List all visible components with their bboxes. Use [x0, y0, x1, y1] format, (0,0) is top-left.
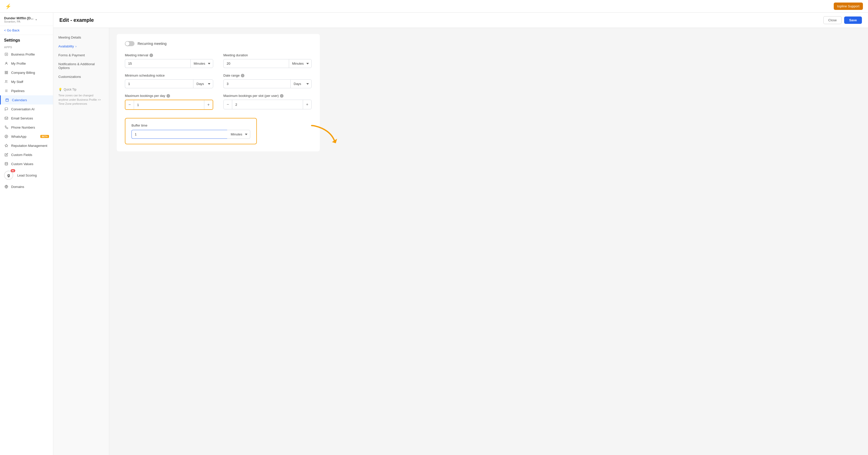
buffer-time-section: Buffer time Minutes Hours [125, 118, 257, 144]
svg-point-10 [5, 135, 8, 138]
meeting-interval-input[interactable] [125, 59, 190, 68]
min-scheduling-unit-select[interactable]: Days Hours [193, 79, 213, 88]
sidebar-item-company-billing[interactable]: Company Billing [0, 68, 53, 77]
recurring-toggle-label: Recurring meeting [137, 42, 166, 46]
globe-icon [4, 184, 9, 189]
svg-rect-5 [7, 73, 8, 74]
svg-rect-8 [6, 99, 9, 101]
sidebar-item-calendars[interactable]: Calendars [0, 95, 53, 104]
chevron-down-icon: ▾ [35, 18, 37, 21]
sidebar-item-domains[interactable]: Domains [0, 182, 53, 191]
min-scheduling-label: Minimum scheduling notice [125, 73, 213, 77]
nav-item-availability[interactable]: Availability › [53, 42, 109, 51]
svg-point-12 [5, 162, 8, 163]
bookings-day-increment-button[interactable]: + [204, 100, 213, 109]
grid-icon [4, 70, 9, 75]
nav-item-label: Availability [58, 44, 74, 48]
content-area: Edit - example Close Save Meeting Detail… [53, 13, 868, 455]
svg-marker-14 [332, 139, 337, 143]
form-area: Recurring meeting Meeting interval i [109, 28, 868, 455]
form-card: Recurring meeting Meeting interval i [117, 34, 320, 152]
min-scheduling-group: Minimum scheduling notice Days Hours [125, 73, 213, 88]
max-bookings-slot-input-group: − + [223, 100, 312, 109]
svg-rect-9 [5, 117, 8, 119]
edit-icon [4, 153, 9, 157]
quick-tip-text: Time zones can be changed anytime under … [58, 93, 104, 106]
sidebar-item-label: My Profile [11, 62, 49, 65]
close-button[interactable]: Close [823, 16, 841, 24]
buffer-time-unit-select[interactable]: Minutes Hours [227, 130, 250, 139]
sidebar-item-label: Domains [11, 185, 49, 189]
max-bookings-day-label: Maximum bookings per day i [125, 94, 213, 98]
sidebar-item-label: Lead Scoring [17, 173, 49, 177]
buffer-time-input[interactable] [131, 130, 227, 139]
nav-item-label: Customizations [58, 75, 81, 78]
beta-badge: beta [40, 135, 49, 138]
bookings-slot-increment-button[interactable]: + [303, 100, 311, 109]
sidebar-item-email-services[interactable]: Email Services [0, 113, 53, 123]
meeting-duration-input[interactable] [223, 59, 289, 68]
nav-arrow-icon: › [75, 45, 76, 48]
sidebar-item-phone-numbers[interactable]: Phone Numbers [0, 123, 53, 132]
sidebar-item-label: My Staff [11, 80, 49, 84]
go-back-button[interactable]: < Go Back [0, 26, 53, 35]
meeting-interval-input-group: Minutes Hours [125, 59, 213, 68]
nav-item-meeting-details[interactable]: Meeting Details [53, 33, 109, 42]
sidebar-item-label: Reputation Management [11, 144, 49, 148]
users-icon [4, 79, 9, 84]
sidebar-item-custom-values[interactable]: Custom Values [0, 159, 53, 168]
database-icon [4, 162, 9, 166]
nav-item-forms-payment[interactable]: Forms & Payment [53, 51, 109, 60]
max-bookings-slot-input[interactable] [232, 100, 303, 109]
svg-point-7 [7, 80, 8, 82]
sidebar-item-lead-scoring[interactable]: g 82 Lead Scoring [0, 168, 53, 182]
sidebar-item-business-profile[interactable]: Business Profile [0, 50, 53, 59]
lightning-icon: ⚡ [5, 3, 11, 9]
email-icon [4, 116, 9, 121]
save-button[interactable]: Save [844, 17, 862, 24]
sidebar-item-label: Custom Fields [11, 153, 49, 157]
max-bookings-day-input[interactable] [134, 101, 204, 109]
date-range-info-icon[interactable]: i [241, 74, 244, 77]
settings-title: Settings [0, 35, 53, 44]
g-score-badge: g 82 [4, 171, 13, 180]
sidebar-item-label: WhatsApp [11, 135, 38, 138]
quick-tip-section: 💡 Quick Tip Time zones can be changed an… [53, 84, 109, 110]
sidebar-item-pipelines[interactable]: Pipelines [0, 86, 53, 95]
building-icon [4, 52, 9, 57]
max-bookings-slot-group: Maximum bookings per slot (per user) i −… [223, 94, 312, 110]
phone-icon [4, 125, 9, 130]
meeting-duration-unit-select[interactable]: Minutes Hours [289, 59, 312, 68]
date-range-input[interactable] [223, 79, 290, 88]
nav-item-customizations[interactable]: Customizations [53, 72, 109, 81]
meeting-interval-unit-select[interactable]: Minutes Hours [190, 59, 213, 68]
sidebar-item-custom-fields[interactable]: Custom Fields [0, 150, 53, 159]
support-button[interactable]: topline Support [834, 3, 863, 10]
sidebar-item-label: Calendars [12, 98, 49, 102]
min-scheduling-input[interactable] [125, 79, 193, 88]
interval-duration-row: Meeting interval i Minutes Hours [125, 53, 312, 68]
max-bookings-day-info-icon[interactable]: i [166, 94, 170, 98]
date-range-input-group: Days Weeks [223, 79, 312, 88]
sidebar-item-my-staff[interactable]: My Staff [0, 77, 53, 86]
recurring-toggle-row: Recurring meeting [125, 41, 312, 46]
recurring-toggle[interactable] [125, 41, 134, 46]
meeting-interval-info-icon[interactable]: i [150, 54, 153, 57]
nav-item-notifications[interactable]: Notifications & Additional Options [53, 60, 109, 72]
bookings-day-decrement-button[interactable]: − [125, 100, 134, 109]
arrow-svg [309, 123, 342, 146]
sidebar-item-conversation-ai[interactable]: Conversation AI [0, 104, 53, 113]
quick-tip-title: Quick Tip [64, 88, 76, 91]
brand-selector[interactable]: Dunder Mifflin [D... Scranton, PA ▾ [0, 13, 53, 26]
buffer-time-label: Buffer time [131, 124, 250, 127]
bookings-slot-decrement-button[interactable]: − [224, 100, 232, 109]
date-range-unit-select[interactable]: Days Weeks [290, 79, 312, 88]
sidebar-item-whatsapp[interactable]: WhatsApp beta [0, 132, 53, 141]
sidebar-item-reputation-management[interactable]: Reputation Management [0, 141, 53, 150]
max-bookings-slot-info-icon[interactable]: i [280, 94, 283, 98]
sidebar-item-my-profile[interactable]: My Profile [0, 59, 53, 68]
topbar-left: ⚡ [5, 3, 11, 9]
nav-item-label: Notifications & Additional Options [58, 62, 104, 70]
max-bookings-slot-label: Maximum bookings per slot (per user) i [223, 94, 312, 98]
score-number: 82 [11, 169, 15, 172]
